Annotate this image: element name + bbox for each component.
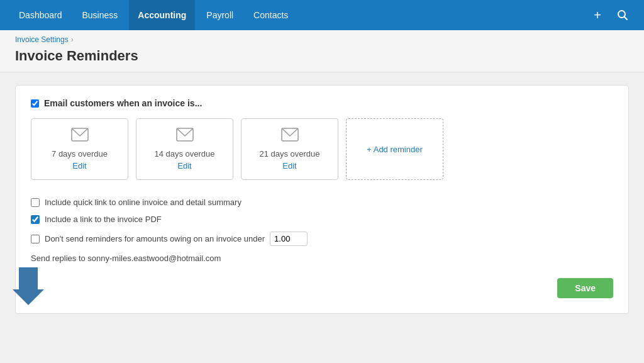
amount-threshold-input[interactable] xyxy=(270,232,308,246)
breadcrumb-separator: › xyxy=(71,35,74,44)
quick-link-checkbox[interactable] xyxy=(31,198,40,207)
main-content: Email customers when an invoice is... 7 … xyxy=(0,72,644,327)
no-send-label: Don't send reminders for amounts owing o… xyxy=(45,234,265,243)
reminder-days-2: 14 days overdue xyxy=(149,149,220,159)
reply-to-label: Send replies to sonny-miles.eastwood@hot… xyxy=(31,254,221,263)
email-header: Email customers when an invoice is... xyxy=(31,98,613,108)
reminder-card-21days: 21 days overdue Edit xyxy=(241,118,338,180)
search-button[interactable] xyxy=(611,4,634,26)
email-header-label: Email customers when an invoice is... xyxy=(44,98,202,108)
options-section: Include quick link to online invoice and… xyxy=(31,198,613,263)
nav-item-payroll[interactable]: Payroll xyxy=(197,0,242,30)
option-row-3: Don't send reminders for amounts owing o… xyxy=(31,232,613,246)
breadcrumb-bar: Invoice Settings › Invoice Reminders xyxy=(0,30,644,72)
reminder-card-7days: 7 days overdue Edit xyxy=(31,118,128,180)
nav-item-accounting[interactable]: Accounting xyxy=(129,0,195,30)
reminder-days-3: 21 days overdue xyxy=(254,149,325,159)
reminder-edit-2[interactable]: Edit xyxy=(177,161,191,170)
settings-card: Email customers when an invoice is... 7 … xyxy=(15,85,629,314)
reply-to-row: Send replies to sonny-miles.eastwood@hot… xyxy=(31,254,613,263)
main-nav: Dashboard Business Accounting Payroll Co… xyxy=(0,0,644,30)
mail-icon-2 xyxy=(149,128,220,145)
add-reminder-card[interactable]: + Add reminder xyxy=(346,118,443,180)
option-row-1: Include quick link to online invoice and… xyxy=(31,198,613,207)
reminder-edit-1[interactable]: Edit xyxy=(72,161,86,170)
breadcrumb-link[interactable]: Invoice Settings xyxy=(15,35,69,44)
pdf-link-checkbox[interactable] xyxy=(31,215,40,224)
reminder-days-1: 7 days overdue xyxy=(44,149,115,159)
add-button[interactable]: + xyxy=(586,4,609,26)
nav-items: Dashboard Business Accounting Payroll Co… xyxy=(10,0,586,30)
add-reminder-label: + Add reminder xyxy=(367,145,423,154)
nav-item-business[interactable]: Business xyxy=(74,0,127,30)
no-send-checkbox[interactable] xyxy=(31,235,40,243)
reminder-card-14days: 14 days overdue Edit xyxy=(136,118,233,180)
mail-icon-1 xyxy=(44,128,115,145)
option-row-2: Include a link to the invoice PDF xyxy=(31,215,613,224)
email-customers-checkbox[interactable] xyxy=(31,99,39,108)
quick-link-label: Include quick link to online invoice and… xyxy=(45,198,242,207)
nav-item-dashboard[interactable]: Dashboard xyxy=(10,0,71,30)
svg-marker-2 xyxy=(13,267,44,305)
nav-actions: + xyxy=(586,4,634,26)
save-button[interactable]: Save xyxy=(557,278,613,298)
card-footer: Save xyxy=(31,278,613,298)
reminders-row: 7 days overdue Edit 14 days overdue Edit xyxy=(31,118,613,180)
pdf-link-label: Include a link to the invoice PDF xyxy=(45,215,162,224)
page-title: Invoice Reminders xyxy=(15,48,629,72)
arrow-indicator xyxy=(13,267,44,307)
svg-line-1 xyxy=(625,17,628,20)
breadcrumb: Invoice Settings › xyxy=(15,35,629,44)
mail-icon-3 xyxy=(254,128,325,145)
reminder-edit-3[interactable]: Edit xyxy=(282,161,296,170)
nav-item-contacts[interactable]: Contacts xyxy=(245,0,297,30)
